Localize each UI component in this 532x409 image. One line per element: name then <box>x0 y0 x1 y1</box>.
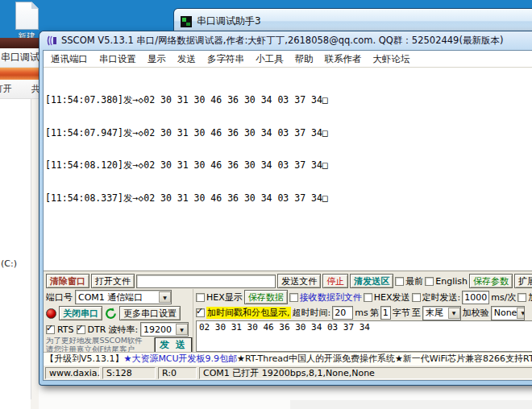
hex-display-checkbox[interactable] <box>196 293 205 302</box>
receive-area[interactable]: [11:54:07.380]发→◇02 30 31 30 46 36 30 34… <box>44 68 532 271</box>
close-port-button[interactable]: 关闭串口 <box>59 306 102 320</box>
send-data-input[interactable]: 02 30 31 30 46 36 30 34 03 37 34 <box>196 320 532 352</box>
status-sent-count: S:128 <box>102 367 156 379</box>
terminal-line: [11:54:08.337]发→◇02 30 31 30 46 36 30 34… <box>45 193 532 204</box>
screen: 新建 串口调试助手3 串口调试工 打开 共 (C:) SSCOM V5.13.1… <box>0 0 532 409</box>
dtr-label: DTR <box>88 324 106 335</box>
send-file-button[interactable]: 发送文件 <box>277 274 321 288</box>
dtr-checkbox[interactable] <box>77 325 85 334</box>
english-checkbox[interactable] <box>425 277 434 286</box>
menu-item-multi-string[interactable]: 多字符串 <box>207 53 244 65</box>
menubar: 通讯端口 串口设置 显示 发送 多字符串 小工具 帮助 联系作者 大虾论坛 <box>44 51 532 68</box>
left-window-band <box>0 38 39 48</box>
port-select-row: 端口号 COM1 通信端口 ▼ <box>46 289 193 305</box>
control-panel: 清除窗口 打开文件 发送文件 停止 清发送区 最前 English 保存参数 扩… <box>44 271 532 352</box>
menu-item-daxia-forum[interactable]: 大虾论坛 <box>373 53 410 65</box>
bottom-background-band <box>290 400 532 409</box>
assistant-title: 串口调试助手3 <box>197 14 261 28</box>
promo-line: 请您注册嘉立创F结尾客户 <box>46 345 152 352</box>
baud-row: RTS DTR 波特率: 19200 ▼ <box>46 321 193 337</box>
add-cr-checkbox[interactable] <box>517 293 526 302</box>
interval-unit-label: ms/次 <box>491 291 516 304</box>
send-button[interactable]: 发 送 <box>155 337 192 352</box>
menu-item-comm-port[interactable]: 通讯端口 <box>51 53 88 65</box>
serial-config-column: 端口号 COM1 通信端口 ▼ 关闭串口 <box>46 289 193 352</box>
serial-assistant-icon <box>181 16 192 27</box>
sscom-app-icon <box>47 35 57 46</box>
ad-banner: 【升级到V5.13.1】 ★大资源MCU开发板9.9包邮 ★RT-Thread中… <box>44 352 532 365</box>
byte-start-input[interactable] <box>380 306 391 320</box>
timeout-input[interactable] <box>332 306 353 320</box>
timeout-unit-label: ms <box>355 308 368 318</box>
timed-send-label: 定时发送: <box>422 291 461 304</box>
menu-item-help[interactable]: 帮助 <box>295 53 314 65</box>
stop-button[interactable]: 停止 <box>322 274 348 288</box>
chevron-down-icon[interactable]: ▼ <box>159 291 171 303</box>
status-website: www.daxia.com <box>45 367 100 379</box>
byte-end-value: 末尾 <box>426 307 443 319</box>
receive-to-file-checkbox[interactable] <box>289 293 298 302</box>
byte-end-combobox[interactable]: 末尾 ▼ <box>422 306 461 320</box>
sscom-client-area: 通讯端口 串口设置 显示 发送 多字符串 小工具 帮助 联系作者 大虾论坛 [1… <box>43 50 532 381</box>
hex-send-label: HEX发送 <box>374 291 410 304</box>
promo-text: 为了更好地发展SSCOM软件 请您注册嘉立创F结尾客户 <box>46 337 152 352</box>
left-window-toolbar: 打开 共 <box>0 80 39 99</box>
promo-line: 为了更好地发展SSCOM软件 <box>46 337 152 345</box>
save-params-button[interactable]: 保存参数 <box>469 274 513 288</box>
baud-combobox[interactable]: 19200 ▼ <box>140 322 189 337</box>
left-background-window: 串口调试工 打开 共 (C:) <box>0 38 39 409</box>
timestamp-label: 加时间戳和分包显示, <box>206 307 291 319</box>
chevron-down-icon[interactable]: ▼ <box>517 308 524 319</box>
open-button[interactable]: 打开 <box>0 83 12 95</box>
port-combobox[interactable]: COM1 通信端口 ▼ <box>75 290 172 304</box>
checksum-combobox[interactable]: None ▼ <box>491 306 525 320</box>
ad-text-wifi-chip: ★新一代WiFi芯片兼容8266支持RT-Thread <box>395 353 532 365</box>
send-options-column: HEX显示 保存数据 接收数据到文件 HEX发送 定时发送: ms/次 加回车 <box>193 289 532 352</box>
left-window-title-fragment: 串口调试工 <box>0 48 39 68</box>
hex-send-checkbox[interactable] <box>364 293 372 302</box>
timed-send-checkbox[interactable] <box>412 293 421 302</box>
topmost-label: 最前 <box>405 275 423 287</box>
sscom-window: SSCOM V5.13.1 串口/网络数据调试器,作者:大虾丁丁,2618058… <box>39 31 532 386</box>
clear-send-area-button[interactable]: 清发送区 <box>350 274 393 288</box>
status-bar: www.daxia.com S:128 R:0 COM1 已打开 19200bp… <box>44 365 532 380</box>
chevron-down-icon[interactable]: ▼ <box>176 324 188 335</box>
add-cr-label: 加回车 <box>528 291 532 304</box>
assistant-titlebar[interactable]: 串口调试助手3 <box>174 9 532 28</box>
rts-checkbox[interactable] <box>46 325 55 334</box>
ad-text-rtthread: ★RT-Thread中国人的开源免费操作系统 <box>237 353 395 365</box>
timestamp-row: 加时间戳和分包显示, 超时时间: ms 第 字节 至 末尾 ▼ <box>196 305 532 320</box>
save-data-button[interactable]: 保存数据 <box>244 290 288 304</box>
byte-prefix-label: 第 <box>370 307 379 319</box>
extend-button[interactable]: 扩展 <box>514 274 532 288</box>
upgrade-notice[interactable]: 【升级到V5.13.1】 <box>45 353 124 365</box>
clear-window-button[interactable]: 清除窗口 <box>46 274 89 288</box>
menu-item-tools[interactable]: 小工具 <box>256 53 284 65</box>
drive-item[interactable]: (C:) <box>1 258 17 269</box>
refresh-ports-icon[interactable] <box>105 308 117 320</box>
checksum-label: 加校验 <box>463 307 489 319</box>
topmost-checkbox[interactable] <box>395 277 404 286</box>
to-label: 至 <box>412 307 421 319</box>
ad-link-mcu-board[interactable]: ★大资源MCU开发板9.9包邮 <box>124 353 238 365</box>
timeout-label: 超时时间: <box>293 307 331 319</box>
interval-input[interactable] <box>462 291 489 304</box>
sscom-titlebar[interactable]: SSCOM V5.13.1 串口/网络数据调试器,作者:大虾丁丁,2618058… <box>39 31 532 50</box>
menu-item-contact-author[interactable]: 联系作者 <box>325 53 362 65</box>
port-label: 端口号 <box>46 291 73 304</box>
share-button[interactable]: 共 <box>31 83 39 95</box>
byte-label: 字节 <box>393 307 410 319</box>
chevron-down-icon[interactable]: ▼ <box>448 308 460 319</box>
more-serial-settings-button[interactable]: 更多串口设置 <box>119 306 181 320</box>
menu-item-serial-settings[interactable]: 串口设置 <box>99 53 136 65</box>
open-file-button[interactable]: 打开文件 <box>91 274 135 288</box>
menu-item-send[interactable]: 发送 <box>177 53 196 65</box>
port-value: COM1 通信端口 <box>78 291 143 304</box>
file-path-input[interactable] <box>136 275 276 288</box>
sscom-window-title: SSCOM V5.13.1 串口/网络数据调试器,作者:大虾丁丁,2618058… <box>61 35 503 47</box>
menu-item-display[interactable]: 显示 <box>148 53 166 65</box>
baud-label: 波特率: <box>108 324 138 336</box>
hex-display-label: HEX显示 <box>206 291 243 304</box>
timestamp-checkbox[interactable] <box>196 308 205 317</box>
options-row: HEX显示 保存数据 接收数据到文件 HEX发送 定时发送: ms/次 加回车 <box>196 289 532 305</box>
